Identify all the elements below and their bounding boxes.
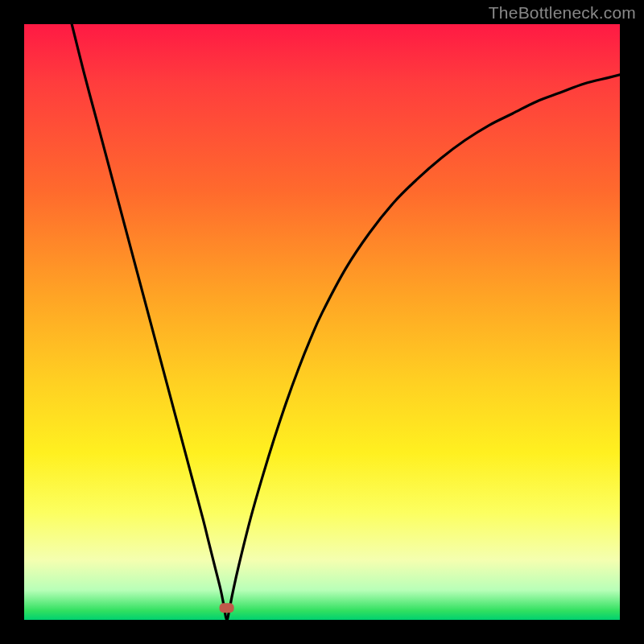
- optimum-marker: [220, 603, 234, 613]
- curve-svg: [24, 24, 620, 620]
- watermark-text: TheBottleneck.com: [489, 3, 636, 23]
- plot-area: [24, 24, 620, 620]
- bottleneck-curve: [72, 24, 620, 620]
- chart-frame: TheBottleneck.com: [0, 0, 644, 644]
